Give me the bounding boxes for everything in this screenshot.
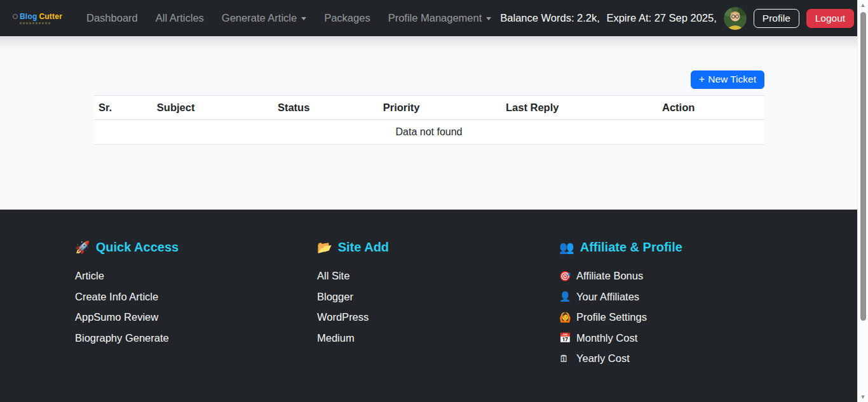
footer-link-affiliate-bonus[interactable]: 🎯 Affiliate Bonus <box>559 270 643 282</box>
footer-link-medium[interactable]: Medium <box>317 332 355 344</box>
nav-item-label: Generate Article <box>222 12 297 24</box>
people-icon: 👥 <box>559 240 574 255</box>
footer-heading-label: Site Add <box>338 240 389 255</box>
person-icon: 👤 <box>559 291 571 302</box>
profile-button[interactable]: Profile <box>754 9 799 28</box>
column-header-sr: Sr. <box>93 96 152 120</box>
footer-link-label: Blogger <box>317 291 353 303</box>
new-ticket-label: New Ticket <box>708 74 756 85</box>
scrollbar-thumb[interactable] <box>860 12 866 321</box>
nav-item-generate-article[interactable]: Generate Article <box>213 7 315 29</box>
footer-link-yearly-cost[interactable]: 🗓 Yearly Cost <box>559 352 630 365</box>
footer-heading-site-add: 📂 Site Add <box>317 240 559 255</box>
footer-link-label: Profile Settings <box>576 311 647 323</box>
nav-item-label: Profile Management <box>388 12 482 24</box>
main-content: + New Ticket Sr. Subject Status Priority… <box>0 36 868 210</box>
footer-heading-label: Quick Access <box>96 240 179 255</box>
footer-link-blogger[interactable]: Blogger <box>317 291 353 303</box>
footer-heading-label: Affiliate & Profile <box>580 240 682 255</box>
footer-link-create-info-article[interactable]: Create Info Article <box>75 291 158 303</box>
brand-logo[interactable]: Blog Cutter <box>13 12 62 24</box>
column-header-status: Status <box>273 96 378 120</box>
chevron-down-icon <box>301 17 306 20</box>
logo-tagline <box>20 22 51 24</box>
footer-link-label: Biography Generate <box>75 332 169 344</box>
balance-label: Balance Words: 2.2k, <box>500 12 600 23</box>
nav-item-packages[interactable]: Packages <box>315 7 379 29</box>
footer-link-your-affiliates[interactable]: 👤 Your Affiliates <box>559 291 639 303</box>
page-footer: 🚀 Quick Access Article Create Info Artic… <box>0 210 868 402</box>
nav-item-profile-management[interactable]: Profile Management <box>379 7 501 29</box>
nav-item-label: Dashboard <box>86 12 138 24</box>
footer-link-all-site[interactable]: All Site <box>317 270 349 282</box>
scroll-down-arrow-icon[interactable]: ▼ <box>858 392 868 402</box>
folder-icon: 📂 <box>317 240 332 255</box>
nav-item-label: Packages <box>324 12 370 24</box>
footer-link-label: Your Affiliates <box>576 291 639 303</box>
footer-link-label: Affiliate Bonus <box>576 270 643 282</box>
user-avatar[interactable] <box>724 7 747 30</box>
nav-item-all-articles[interactable]: All Articles <box>147 7 213 29</box>
top-navbar: Blog Cutter Dashboard All Articles Gener… <box>0 0 868 36</box>
spiral-calendar-icon: 🗓 <box>559 353 571 364</box>
footer-link-article[interactable]: Article <box>75 270 104 282</box>
avatar-image <box>724 7 747 30</box>
nav-links: Dashboard All Articles Generate Article … <box>78 7 500 29</box>
footer-link-wordpress[interactable]: WordPress <box>317 311 369 323</box>
empty-message: Data not found <box>93 120 764 145</box>
table-header-row: Sr. Subject Status Priority Last Reply A… <box>93 96 764 120</box>
footer-heading-affiliate-profile: 👥 Affiliate & Profile <box>559 240 801 255</box>
logout-button[interactable]: Logout <box>806 9 854 28</box>
footer-link-appsumo-review[interactable]: AppSumo Review <box>75 311 158 323</box>
footer-link-label: All Site <box>317 270 349 282</box>
table-empty-row: Data not found <box>93 120 764 145</box>
new-ticket-button[interactable]: + New Ticket <box>691 70 764 89</box>
footer-link-label: Monthly Cost <box>576 332 637 344</box>
footer-link-label: AppSumo Review <box>75 311 158 323</box>
footer-link-monthly-cost[interactable]: 📅 Monthly Cost <box>559 332 637 344</box>
footer-link-label: WordPress <box>317 311 369 323</box>
footer-link-profile-settings[interactable]: 🙆 Profile Settings <box>559 311 647 323</box>
balance-words-text: Balance Words: 2.2k, Expire At: 27 Sep 2… <box>500 12 717 24</box>
footer-column-site-add: 📂 Site Add All Site Blogger WordPress Me… <box>317 240 559 402</box>
target-icon: 🎯 <box>559 271 571 282</box>
chevron-down-icon <box>486 17 491 20</box>
person-gesture-icon: 🙆 <box>559 312 571 323</box>
scroll-up-arrow-icon[interactable]: ▲ <box>858 0 868 10</box>
column-header-last-reply: Last Reply <box>501 96 657 120</box>
logo-text-blog: Blog <box>20 12 37 21</box>
rocket-icon: 🚀 <box>75 240 90 255</box>
column-header-priority: Priority <box>378 96 501 120</box>
logo-mark-icon <box>13 14 18 19</box>
expire-label: Expire At: 27 Sep 2025, <box>606 12 716 23</box>
footer-link-biography-generate[interactable]: Biography Generate <box>75 332 169 344</box>
nav-item-label: All Articles <box>156 12 204 24</box>
footer-column-affiliate-profile: 👥 Affiliate & Profile 🎯 Affiliate Bonus … <box>559 240 801 402</box>
footer-link-label: Medium <box>317 332 355 344</box>
footer-link-label: Create Info Article <box>75 291 158 303</box>
vertical-scrollbar[interactable]: ▲ ▼ <box>857 0 868 402</box>
nav-item-dashboard[interactable]: Dashboard <box>78 7 147 29</box>
logo-text-cutter: Cutter <box>39 12 62 21</box>
footer-link-label: Article <box>75 270 104 282</box>
column-header-subject: Subject <box>152 96 273 120</box>
calendar-icon: 📅 <box>559 332 571 344</box>
tickets-table: Sr. Subject Status Priority Last Reply A… <box>93 95 764 145</box>
column-header-action: Action <box>657 96 764 120</box>
navbar-right: Balance Words: 2.2k, Expire At: 27 Sep 2… <box>500 7 859 30</box>
footer-heading-quick-access: 🚀 Quick Access <box>75 240 317 255</box>
footer-link-label: Yearly Cost <box>576 352 630 365</box>
footer-column-quick-access: 🚀 Quick Access Article Create Info Artic… <box>75 240 317 402</box>
plus-icon: + <box>699 74 705 85</box>
